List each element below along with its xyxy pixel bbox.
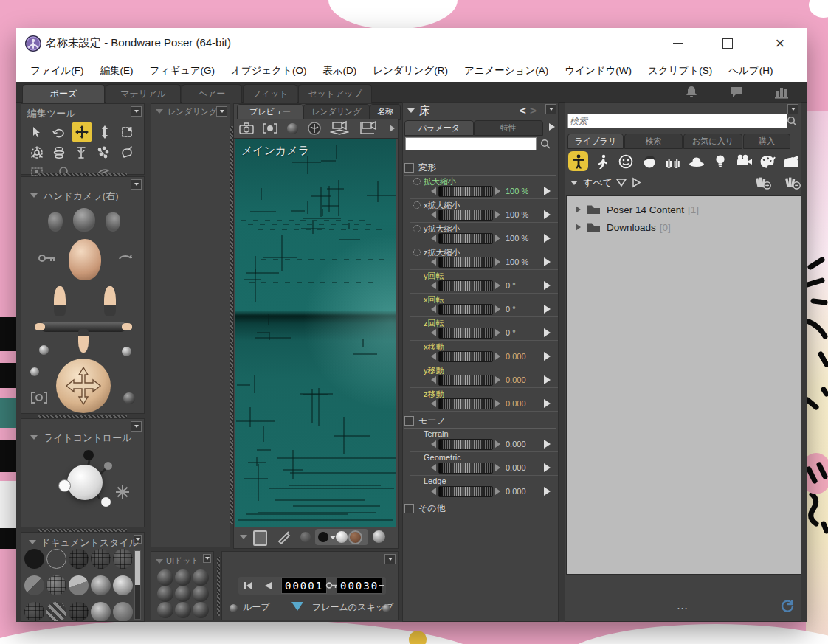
category-expression-icon[interactable] bbox=[615, 151, 635, 171]
param-dial[interactable]: 100 % bbox=[431, 233, 558, 245]
dial-slider[interactable] bbox=[438, 257, 493, 268]
doc-style-sphere[interactable] bbox=[91, 602, 111, 622]
category-scene-icon[interactable] bbox=[781, 151, 801, 171]
dial-decrement-icon[interactable] bbox=[431, 464, 436, 471]
room-tab-2[interactable]: ヘアー bbox=[182, 84, 242, 103]
param-options-icon[interactable] bbox=[544, 187, 551, 195]
param-options-icon[interactable] bbox=[544, 281, 551, 290]
viewport-canvas[interactable]: メインカメラ bbox=[235, 139, 396, 527]
param-dial[interactable]: 0.000 bbox=[431, 398, 558, 410]
dial-decrement-icon[interactable] bbox=[431, 282, 436, 289]
playhead-icon[interactable] bbox=[291, 602, 303, 611]
param-value[interactable]: 100 % bbox=[506, 210, 528, 219]
doc-style-sphere[interactable] bbox=[91, 575, 111, 595]
dial-increment-icon[interactable] bbox=[495, 235, 500, 242]
hand-camera-up-hand-right-icon[interactable] bbox=[104, 286, 116, 316]
dial-slider[interactable] bbox=[438, 398, 493, 409]
filter-expand-icon[interactable] bbox=[632, 177, 641, 188]
category-hand-icon[interactable] bbox=[663, 151, 683, 171]
menu-item-8[interactable]: スクリプト(S) bbox=[640, 64, 720, 77]
light-node-top-icon[interactable] bbox=[83, 450, 94, 460]
camera-dark-dot-icon[interactable] bbox=[123, 392, 135, 404]
ui-dot[interactable] bbox=[157, 569, 173, 586]
dial-slider[interactable] bbox=[438, 463, 493, 474]
light-node-right-icon[interactable] bbox=[104, 462, 112, 470]
menu-item-9[interactable]: ヘルプ(H) bbox=[720, 64, 781, 77]
param-dial[interactable]: 0.000 bbox=[431, 439, 558, 451]
parameter-search-input[interactable] bbox=[405, 137, 537, 150]
doc-style-sphere[interactable] bbox=[46, 549, 66, 569]
room-tab-0[interactable]: ポーズ bbox=[22, 84, 105, 103]
prev-object-arrow[interactable]: < bbox=[520, 104, 526, 117]
menu-item-7[interactable]: ウインドウ(W) bbox=[556, 64, 640, 77]
dial-decrement-icon[interactable] bbox=[431, 440, 436, 448]
param-options-icon[interactable] bbox=[544, 257, 551, 266]
dial-decrement-icon[interactable] bbox=[431, 400, 436, 407]
next-object-arrow[interactable]: > bbox=[530, 104, 537, 117]
camera-dot-icon[interactable] bbox=[30, 367, 39, 376]
dial-increment-icon[interactable] bbox=[495, 400, 500, 407]
color-tool-icon[interactable] bbox=[117, 144, 137, 162]
collapse-box-icon[interactable] bbox=[545, 104, 556, 114]
param-value[interactable]: 0 ° bbox=[506, 305, 516, 314]
collapse-box-icon[interactable] bbox=[787, 104, 798, 114]
scale-tool-icon[interactable] bbox=[117, 123, 137, 141]
doc-style-scrollbar[interactable] bbox=[134, 550, 141, 620]
param-value[interactable]: 100 % bbox=[506, 257, 528, 266]
doc-style-sphere[interactable] bbox=[91, 549, 111, 569]
dial-slider[interactable] bbox=[438, 280, 493, 291]
param-dial[interactable]: 100 % bbox=[431, 257, 558, 269]
framing-camera-icon[interactable] bbox=[261, 120, 280, 136]
panel-collapse-arrow-icon[interactable] bbox=[156, 559, 163, 564]
dial-increment-icon[interactable] bbox=[495, 488, 500, 495]
add-library-icon[interactable] bbox=[754, 176, 772, 190]
pencil-icon[interactable] bbox=[277, 530, 291, 544]
library-tab-search[interactable]: 検索 bbox=[624, 134, 683, 149]
param-value[interactable]: 0.000 bbox=[506, 352, 526, 361]
hand-camera-down-hand-icon[interactable] bbox=[78, 329, 89, 353]
morph-tool-icon[interactable] bbox=[94, 144, 113, 162]
remove-library-icon[interactable] bbox=[784, 176, 801, 190]
category-pose-icon[interactable] bbox=[592, 151, 612, 171]
object-name[interactable]: 床 bbox=[419, 104, 430, 118]
hand-camera-right-hand-icon[interactable] bbox=[106, 212, 120, 232]
camera-dot-icon[interactable] bbox=[39, 345, 49, 355]
tab-parameters[interactable]: パラメータ bbox=[404, 120, 474, 136]
fly-camera-icon[interactable] bbox=[330, 120, 349, 136]
doc-style-sphere[interactable] bbox=[24, 602, 44, 622]
style-shiny-sphere-icon[interactable] bbox=[373, 530, 385, 543]
dial-increment-icon[interactable] bbox=[495, 464, 500, 471]
main-light-sphere[interactable] bbox=[67, 465, 103, 500]
dial-slider[interactable] bbox=[438, 351, 493, 362]
param-options-icon[interactable] bbox=[544, 305, 551, 314]
panel-divider[interactable] bbox=[217, 557, 220, 616]
search-icon[interactable] bbox=[787, 116, 798, 127]
library-tab-purchase[interactable]: 購入 bbox=[743, 134, 790, 149]
param-value[interactable]: 0.000 bbox=[506, 375, 526, 384]
param-dial[interactable]: 0.000 bbox=[431, 463, 558, 474]
collapse-box-icon[interactable] bbox=[131, 421, 142, 432]
dial-slider[interactable] bbox=[438, 486, 493, 497]
sun-icon[interactable] bbox=[114, 484, 131, 500]
param-options-icon[interactable] bbox=[544, 352, 551, 361]
dial-decrement-icon[interactable] bbox=[431, 305, 436, 313]
select-tool-icon[interactable] bbox=[27, 123, 46, 141]
end-frame-counter[interactable]: 00030 bbox=[337, 578, 382, 594]
filter-dropdown-icon[interactable] bbox=[615, 178, 627, 187]
twist-tool-icon[interactable] bbox=[27, 144, 46, 162]
library-search-input[interactable] bbox=[567, 114, 787, 128]
dolly-camera-icon[interactable] bbox=[358, 120, 377, 136]
dial-increment-icon[interactable] bbox=[495, 440, 500, 448]
param-value[interactable]: 100 % bbox=[506, 234, 528, 243]
param-options-icon[interactable] bbox=[544, 463, 551, 472]
menu-item-0[interactable]: ファイル(F) bbox=[22, 64, 92, 77]
dial-increment-icon[interactable] bbox=[495, 353, 500, 360]
dial-decrement-icon[interactable] bbox=[431, 329, 436, 336]
panel-divider[interactable] bbox=[230, 126, 233, 524]
dial-slider[interactable] bbox=[438, 328, 493, 339]
hand-camera-head-icon[interactable] bbox=[73, 208, 95, 232]
library-tab-library[interactable]: ライブラリ bbox=[567, 134, 624, 149]
step-back-button[interactable] bbox=[263, 581, 272, 591]
param-options-icon[interactable] bbox=[544, 210, 551, 219]
maximize-button[interactable] bbox=[711, 28, 745, 59]
